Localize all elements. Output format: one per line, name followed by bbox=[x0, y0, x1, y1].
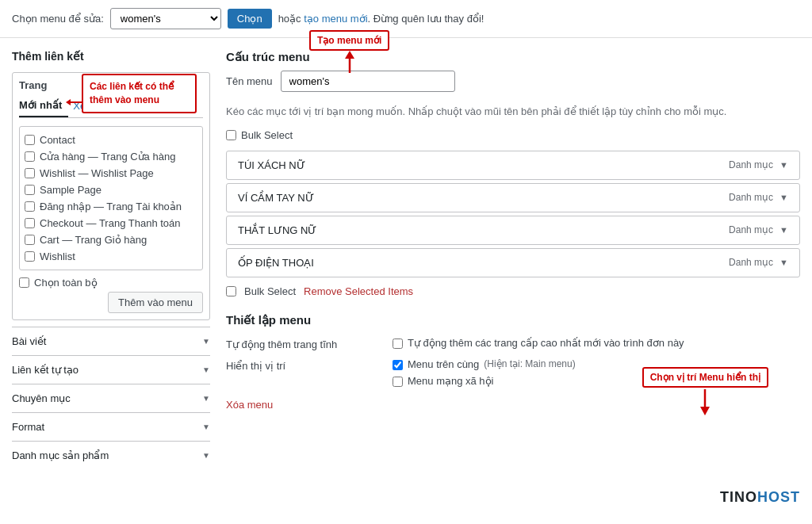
list-item: Wishlist bbox=[25, 248, 197, 265]
chevron-down-icon[interactable]: ▼ bbox=[779, 225, 788, 235]
option1-label: Tự động thêm các trang cấp cao nhất mới … bbox=[408, 337, 684, 349]
create-menu-annotation: Tạo menu mới bbox=[309, 30, 389, 75]
bulk-select-label-bottom: Bulk Select bbox=[244, 285, 296, 297]
option3-checkbox[interactable] bbox=[393, 377, 403, 387]
page-label: Sample Page bbox=[40, 184, 102, 196]
select-all-checkbox[interactable] bbox=[19, 277, 29, 288]
list-item: Cửa hàng — Trang Cửa hàng bbox=[25, 148, 197, 165]
svg-marker-3 bbox=[66, 99, 71, 105]
chevron-down-icon: ▼ bbox=[202, 451, 210, 460]
chevron-down-icon[interactable]: ▼ bbox=[779, 193, 788, 202]
option1-checkbox[interactable] bbox=[393, 338, 403, 349]
page-label: Cửa hàng — Trang Cửa hàng bbox=[40, 151, 175, 163]
add-menu-button[interactable]: Thêm vào menu bbox=[108, 292, 203, 313]
create-menu-link[interactable]: tạo menu mới bbox=[304, 13, 367, 25]
page-label: Đăng nhập — Trang Tài khoản bbox=[40, 201, 182, 212]
page-checkbox-5[interactable] bbox=[25, 218, 35, 228]
option2-note: (Hiện tại: Main menu) bbox=[484, 358, 575, 369]
hien-thi-label: Hiển thị vị trí bbox=[226, 358, 385, 387]
host-text: HOST bbox=[757, 489, 800, 505]
accordion-bai-viet: Bài viết ▼ bbox=[12, 327, 210, 355]
page-checkbox-0[interactable] bbox=[25, 135, 35, 145]
chevron-down-icon[interactable]: ▼ bbox=[779, 160, 788, 170]
page-label: Wishlist bbox=[40, 251, 75, 262]
page-checkbox-7[interactable] bbox=[25, 251, 35, 262]
links-annotation: Các liên kết có thể thêm vào menu bbox=[82, 74, 197, 113]
accordion-chuyen-muc: Chuyên mục ▼ bbox=[12, 384, 210, 412]
page-label: Cart — Trang Giỏ hàng bbox=[40, 234, 147, 246]
list-item: Checkout — Trang Thanh toán bbox=[25, 215, 197, 231]
accordion-label: Danh mục sản phẩm bbox=[12, 449, 109, 461]
up-arrow-icon bbox=[342, 51, 358, 75]
option2-checkbox[interactable] bbox=[393, 360, 403, 370]
list-item: Cart — Trang Giỏ hàng bbox=[25, 231, 197, 248]
accordion-label: Liên kết tự tạo bbox=[12, 364, 79, 376]
remove-selected-link[interactable]: Remove Selected Items bbox=[304, 285, 413, 297]
menu-select-label: Chọn menu để sửa: bbox=[12, 13, 104, 25]
menu-instruction: Kéo các mục tới vị trí bạn mong muốn. Nh… bbox=[226, 104, 800, 120]
option3-label: Menu mạng xã hội bbox=[408, 375, 494, 387]
thiet-lap-title: Thiết lập menu bbox=[226, 313, 800, 327]
down-arrow-icon bbox=[697, 388, 713, 415]
page-checkbox-1[interactable] bbox=[25, 151, 35, 162]
left-panel: Thêm liên kết Các liên kết có thể thêm v… bbox=[12, 50, 210, 469]
select-all-row: Chọn toàn bộ bbox=[19, 270, 203, 292]
bulk-select-bottom: Bulk Select Remove Selected Items bbox=[226, 285, 800, 297]
select-all-label: Chọn toàn bộ bbox=[34, 277, 98, 289]
menu-item-0: TÚI XÁCH NỮ Danh mục ▼ bbox=[226, 151, 800, 180]
settings-options-1: Tự động thêm các trang cấp cao nhất mới … bbox=[393, 337, 800, 350]
accordion-lien-ket: Liên kết tự tạo ▼ bbox=[12, 355, 210, 384]
menu-item-2: THẮT LƯNG NỮ Danh mục ▼ bbox=[226, 216, 800, 245]
page-checkbox-2[interactable] bbox=[25, 168, 35, 178]
accordion-label: Format bbox=[12, 421, 44, 433]
page-checkbox-6[interactable] bbox=[25, 235, 35, 245]
choose-position-annotation: Chọn vị trí Menu hiển thị bbox=[642, 367, 768, 415]
chon-button[interactable]: Chọn bbox=[228, 9, 272, 29]
chevron-down-icon: ▼ bbox=[202, 365, 210, 374]
tu-dong-label: Tự động thêm trang tĩnh bbox=[226, 337, 385, 350]
accordion-danh-muc: Danh mục sản phẩm ▼ bbox=[12, 441, 210, 469]
page-checkbox-3[interactable] bbox=[25, 185, 35, 195]
option-1: Tự động thêm các trang cấp cao nhất mới … bbox=[393, 337, 800, 349]
svg-marker-1 bbox=[345, 51, 354, 59]
list-item: Sample Page bbox=[25, 182, 197, 198]
menu-select[interactable]: women's Main menu Footer menu bbox=[110, 8, 221, 29]
chevron-down-icon: ▼ bbox=[202, 337, 210, 346]
menu-item-3: ỐP ĐIỆN THOẠI Danh mục ▼ bbox=[226, 248, 800, 277]
page-label: Contact bbox=[40, 134, 75, 146]
right-panel: Cấu trúc menu Tên menu Kéo các mục tới v… bbox=[226, 50, 800, 469]
menu-name-label: Tên menu bbox=[226, 75, 273, 87]
info-text: hoặc tạo menu mới. Đừng quên lưu thay đổ… bbox=[278, 13, 485, 25]
page-label: Checkout — Trang Thanh toán bbox=[40, 217, 181, 229]
tinohost-logo: TINOHOST bbox=[0, 481, 812, 514]
left-panel-title: Thêm liên kết bbox=[12, 50, 210, 63]
main-content: Tạo menu mới Thêm liên kết Các liên kết … bbox=[0, 38, 812, 481]
list-item: Wishlist — Wishlist Page bbox=[25, 165, 197, 182]
accordion-format: Format ▼ bbox=[12, 412, 210, 441]
page-checkbox-4[interactable] bbox=[25, 201, 35, 212]
chevron-down-icon: ▼ bbox=[202, 394, 210, 403]
svg-marker-5 bbox=[700, 407, 710, 415]
delete-menu-link[interactable]: Xóa menu bbox=[226, 399, 273, 411]
chevron-down-icon: ▼ bbox=[202, 423, 210, 431]
bulk-select-checkbox-bottom[interactable] bbox=[226, 286, 236, 296]
tab-moi-nhat[interactable]: Mới nhất bbox=[19, 96, 68, 117]
menu-item-1: VÍ CẦM TAY NỮ Danh mục ▼ bbox=[226, 183, 800, 212]
bulk-select-label-top: Bulk Select bbox=[241, 129, 293, 141]
accordion-label: Chuyên mục bbox=[12, 392, 71, 404]
page-label: Wishlist — Wishlist Page bbox=[40, 167, 154, 179]
bulk-select-top: Bulk Select bbox=[226, 129, 800, 141]
pages-list: Contact Cửa hàng — Trang Cửa hàng Wishli… bbox=[19, 126, 203, 270]
bulk-select-checkbox-top[interactable] bbox=[226, 130, 236, 140]
annotation-arrow-icon bbox=[66, 98, 83, 107]
list-item: Đăng nhập — Trang Tài khoản bbox=[25, 198, 197, 215]
tino-text: TINO bbox=[720, 489, 757, 505]
chevron-down-icon[interactable]: ▼ bbox=[779, 258, 788, 267]
option2-label: Menu trên cùng bbox=[408, 358, 479, 370]
menu-items-list: TÚI XÁCH NỮ Danh mục ▼ VÍ CẦM TAY NỮ Dan… bbox=[226, 151, 800, 277]
top-bar: Chọn menu để sửa: women's Main menu Foot… bbox=[0, 0, 812, 38]
accordion-label: Bài viết bbox=[12, 335, 46, 347]
list-item: Contact bbox=[25, 132, 197, 148]
